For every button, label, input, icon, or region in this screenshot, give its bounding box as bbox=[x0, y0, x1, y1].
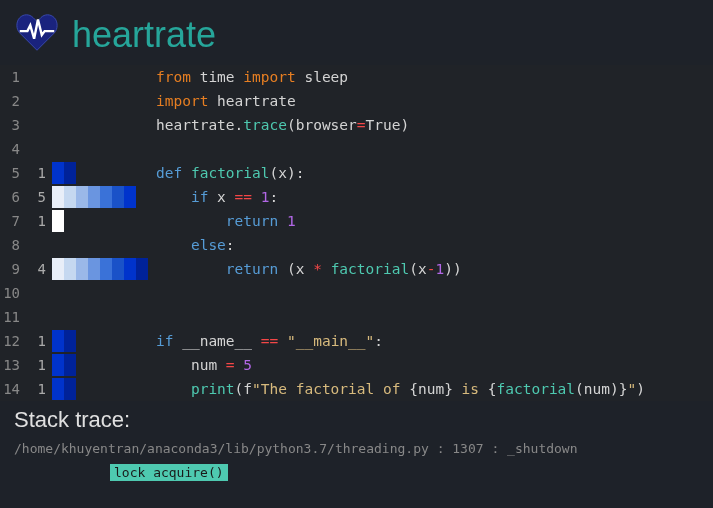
code-text: return (x * factorial(x-1)) bbox=[148, 257, 462, 281]
heatmap-bar bbox=[52, 378, 76, 400]
code-text: if x == 1: bbox=[148, 185, 278, 209]
code-text: if __name__ == "__main__": bbox=[148, 329, 383, 353]
heatmap-bar bbox=[52, 210, 64, 232]
stack-highlight: lock acquire() bbox=[110, 464, 228, 481]
hit-count: 1 bbox=[28, 329, 52, 353]
code-line: 8 else: bbox=[0, 233, 713, 257]
line-number: 6 bbox=[0, 185, 28, 209]
hit-count: 1 bbox=[28, 209, 52, 233]
line-number: 10 bbox=[0, 281, 28, 305]
stack-code-line: lock acquire() bbox=[0, 460, 713, 484]
line-number: 11 bbox=[0, 305, 28, 329]
line-number: 12 bbox=[0, 329, 28, 353]
code-line: 4 bbox=[0, 137, 713, 161]
code-line: 51def factorial(x): bbox=[0, 161, 713, 185]
heatmap-bar bbox=[52, 66, 148, 88]
code-line: 121if __name__ == "__main__": bbox=[0, 329, 713, 353]
code-line: 10 bbox=[0, 281, 713, 305]
heatmap-bar bbox=[52, 90, 148, 112]
hit-count: 5 bbox=[28, 185, 52, 209]
code-text: heartrate.trace(browser=True) bbox=[148, 113, 409, 137]
code-view: 1from time import sleep2import heartrate… bbox=[0, 65, 713, 401]
hit-count: 1 bbox=[28, 353, 52, 377]
heatmap-bar bbox=[52, 306, 148, 328]
line-number: 14 bbox=[0, 377, 28, 401]
line-number: 5 bbox=[0, 161, 28, 185]
code-text: import heartrate bbox=[148, 89, 296, 113]
heatmap-bar bbox=[52, 162, 76, 184]
heatmap-bar bbox=[52, 138, 148, 160]
code-text: num = 5 bbox=[148, 353, 252, 377]
heatmap-bar bbox=[52, 186, 136, 208]
heart-icon bbox=[14, 10, 60, 59]
heatmap-bar bbox=[52, 114, 148, 136]
code-text: return 1 bbox=[148, 209, 296, 233]
code-line: 11 bbox=[0, 305, 713, 329]
line-number: 8 bbox=[0, 233, 28, 257]
code-line: 2import heartrate bbox=[0, 89, 713, 113]
heatmap-bar bbox=[52, 282, 148, 304]
heatmap-bar bbox=[52, 234, 148, 256]
stack-trace-header: Stack trace: bbox=[0, 401, 713, 437]
code-line: 65 if x == 1: bbox=[0, 185, 713, 209]
line-number: 9 bbox=[0, 257, 28, 281]
line-number: 1 bbox=[0, 65, 28, 89]
code-text: from time import sleep bbox=[148, 65, 348, 89]
line-number: 4 bbox=[0, 137, 28, 161]
code-line: 3heartrate.trace(browser=True) bbox=[0, 113, 713, 137]
hit-count: 4 bbox=[28, 257, 52, 281]
heatmap-bar bbox=[52, 258, 148, 280]
heatmap-bar bbox=[52, 354, 76, 376]
code-line: 131 num = 5 bbox=[0, 353, 713, 377]
code-line: 1from time import sleep bbox=[0, 65, 713, 89]
line-number: 7 bbox=[0, 209, 28, 233]
code-line: 141 print(f"The factorial of {num} is {f… bbox=[0, 377, 713, 401]
code-text: print(f"The factorial of {num} is {facto… bbox=[148, 377, 645, 401]
stack-frame: /home/khuyentran/anaconda3/lib/python3.7… bbox=[0, 437, 713, 460]
line-number: 2 bbox=[0, 89, 28, 113]
code-text: else: bbox=[148, 233, 235, 257]
heatmap-bar bbox=[52, 330, 76, 352]
line-number: 13 bbox=[0, 353, 28, 377]
code-line: 71 return 1 bbox=[0, 209, 713, 233]
code-line: 94 return (x * factorial(x-1)) bbox=[0, 257, 713, 281]
app-title: heartrate bbox=[72, 14, 216, 56]
hit-count: 1 bbox=[28, 161, 52, 185]
line-number: 3 bbox=[0, 113, 28, 137]
app-header: heartrate bbox=[0, 0, 713, 65]
code-text: def factorial(x): bbox=[148, 161, 304, 185]
hit-count: 1 bbox=[28, 377, 52, 401]
